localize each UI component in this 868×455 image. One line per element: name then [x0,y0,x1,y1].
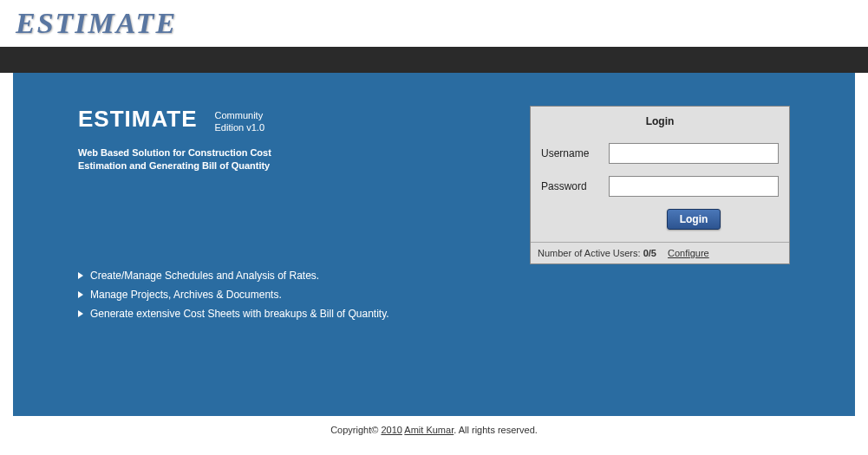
feature-list: Create/Manage Schedules and Analysis of … [78,266,389,323]
password-input[interactable] [609,176,779,197]
feature-text: Generate extensive Cost Sheets with brea… [90,308,389,320]
triangle-right-icon [78,291,83,298]
login-button[interactable]: Login [667,209,721,230]
hero-section: ESTIMATE Community Edition v1.0 Web Base… [78,106,389,390]
login-form: Username Password Login [531,136,789,242]
feature-text: Manage Projects, Archives & Documents. [90,289,282,301]
username-input[interactable] [609,143,779,164]
app-title: ESTIMATE [78,106,198,133]
list-item: Generate extensive Cost Sheets with brea… [78,304,389,323]
list-item: Create/Manage Schedules and Analysis of … [78,266,389,285]
navbar [0,47,868,73]
edition-label: Community Edition v1.0 [215,109,264,134]
login-title: Login [531,107,789,136]
username-label: Username [541,147,609,159]
login-footer: Number of Active Users: 0/5 Configure [531,242,789,263]
active-users-count: 0/5 [643,248,656,258]
main-content: ESTIMATE Community Edition v1.0 Web Base… [13,73,855,416]
triangle-right-icon [78,272,83,279]
tagline: Web Based Solution for Construction Cost… [78,146,389,173]
active-users-label: Number of Active Users: [538,248,643,258]
header: ESTIMATE [0,0,868,47]
logo: ESTIMATE [16,7,177,39]
password-label: Password [541,180,609,192]
triangle-right-icon [78,310,83,317]
list-item: Manage Projects, Archives & Documents. [78,285,389,304]
footer-author: Amit Kumar [404,425,454,435]
feature-text: Create/Manage Schedules and Analysis of … [90,270,319,282]
footer-year: 2010 [381,425,401,435]
login-panel: Login Username Password Login Number of … [530,106,790,264]
footer: Copyright© 2010 Amit Kumar. All rights r… [0,416,868,444]
configure-link[interactable]: Configure [668,248,709,258]
